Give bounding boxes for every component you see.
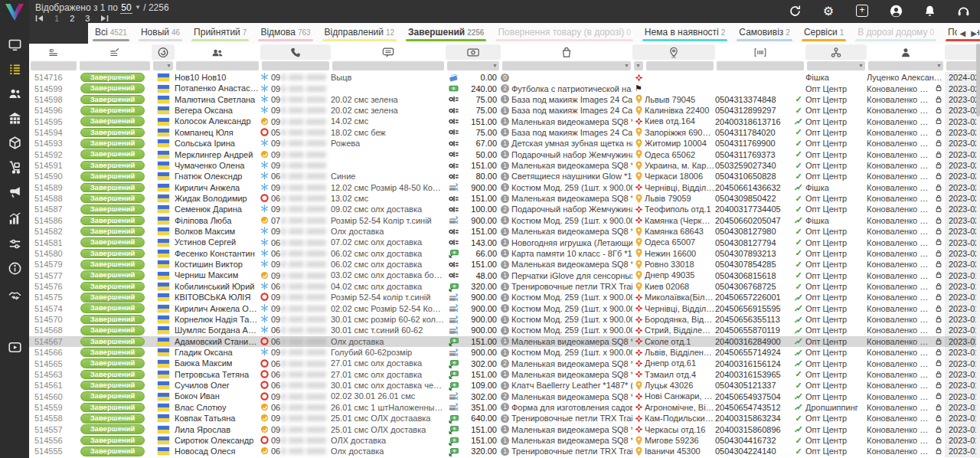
table-row[interactable]: 514574 Завершений Кирилич Анжела Ол… 098… — [29, 303, 980, 314]
tab-8[interactable]: Нема в наявності2 — [638, 23, 733, 44]
table-row[interactable]: 514593 Завершений Сольська Ірина 098 888… — [29, 138, 980, 149]
table-row[interactable]: 514581 Завершений Устинов Сергей 068 888… — [29, 237, 980, 247]
page-2[interactable]: 2 — [70, 14, 74, 23]
sidebar-item-clients-icon[interactable] — [0, 83, 29, 103]
table-row[interactable]: 514576 Завершений Кобилинський Юрий 068 … — [29, 281, 980, 292]
column-id-icon[interactable]: ID — [29, 44, 78, 60]
last-page-button[interactable] — [100, 15, 109, 22]
sidebar-item-dashboard-icon[interactable] — [0, 34, 29, 54]
filter-manager-select[interactable]: ▼ — [868, 61, 943, 70]
filter-phone-input[interactable] — [262, 61, 329, 70]
sidebar-item-products-icon[interactable] — [0, 132, 29, 152]
add-order-icon[interactable]: + — [854, 3, 870, 18]
sidebar-item-partners-icon[interactable] — [0, 286, 29, 306]
tab-2[interactable]: Новый46 — [134, 23, 187, 44]
filter-payment-select[interactable]: ▼ — [447, 61, 499, 70]
column-status-icon[interactable] — [78, 44, 152, 60]
table-row[interactable]: 514566 Завершений Гладик Оксана 098 888 … — [29, 347, 980, 358]
table-row[interactable]: 514559 Завершений Влас Слотюу 068 888 88… — [29, 402, 980, 413]
table-row[interactable]: 514568 Завершений Шумляс Богдана Ан… 068… — [29, 325, 980, 335]
tab-5[interactable]: Відправлений12 — [318, 23, 401, 44]
tabs-scroll-left-icon[interactable]: ◀ — [960, 29, 966, 38]
table-row[interactable]: 514557 Завершений Лила Ярослав 098 888 8… — [29, 424, 980, 435]
notifications-bell-icon[interactable] — [922, 3, 937, 18]
column-delivery-icon[interactable] — [632, 44, 715, 60]
sidebar-item-settings-icon[interactable] — [0, 234, 29, 254]
sidebar-item-statistics-icon[interactable] — [0, 208, 29, 228]
column-payment-icon[interactable] — [446, 44, 501, 60]
page-size-caret-icon[interactable]: ▼ — [135, 4, 141, 11]
table-row[interactable]: 514587 Завершений Семенюк Дарина 098 888… — [29, 204, 980, 214]
dropdown-caret-icon[interactable]: ▼ — [635, 63, 641, 68]
table-row[interactable]: 514594 Завершений Компанец Юля 058 888 8… — [29, 127, 980, 138]
table-row[interactable]: 514563 Завершений Петровська Тетяна 068 … — [29, 369, 980, 380]
filter-date-input[interactable] — [946, 61, 977, 70]
sidebar-item-warehouse-icon[interactable] — [0, 108, 29, 128]
tab-7[interactable]: Повернення товару (в дорозі)0 — [491, 23, 637, 44]
filter-carrier-select[interactable]: ▼ — [634, 61, 643, 70]
column-products-icon[interactable] — [501, 44, 632, 60]
table-row[interactable]: 514558 Завершений Ковпак Татьяна 098 888… — [29, 413, 980, 424]
table-row[interactable]: 514570 Завершений Корнелюк Надія Та… 098… — [29, 314, 980, 325]
table-row[interactable]: 514595 Завершений Колосок Александр 098 … — [29, 116, 980, 126]
column-comment-icon[interactable] — [331, 44, 446, 60]
refresh-icon[interactable] — [787, 3, 802, 18]
tab-4[interactable]: Відмова763 — [253, 23, 317, 44]
table-row[interactable]: 514599 Завершений Потапенко Анастас… 098… — [29, 83, 980, 93]
column-tracking-icon[interactable] — [715, 44, 805, 60]
table-row[interactable]: 514598 Завершений Малютина Светлана 098 … — [29, 94, 980, 105]
table-row[interactable]: 514591 Завершений Чумаченко Олена 098 88… — [29, 160, 980, 171]
table-row[interactable]: 514575 Завершений КВІТОВСЬКА ЮЛІЯ 098 88… — [29, 292, 980, 303]
filter-channel-select[interactable]: ▼ — [807, 61, 865, 70]
tab-1[interactable]: Всі4521 — [88, 23, 134, 44]
vertical-scrollbar[interactable] — [976, 44, 980, 458]
column-customer-icon[interactable] — [175, 44, 260, 60]
tab-11[interactable]: В дорозі додому0 — [851, 23, 941, 44]
table-row[interactable]: 514588 Завершений Жидак Володимир 068 88… — [29, 193, 980, 204]
table-row[interactable]: 514567 Завершений Адамовский Станис… 068… — [29, 336, 980, 347]
column-channel-icon[interactable] — [805, 44, 867, 60]
sidebar-item-procurement-icon[interactable] — [0, 157, 29, 177]
table-row[interactable]: 514590 Завершений Гнатюк Олексндр 068 88… — [29, 171, 980, 182]
tab-3[interactable]: Прийнятий7 — [187, 23, 253, 44]
table-row[interactable]: 514561 Завершений Сучилов Олег 068 888 8… — [29, 380, 980, 391]
app-logo-icon[interactable] — [4, 2, 25, 22]
table-row[interactable]: 514556 Завершений Сиротюк Олександр 098 … — [29, 435, 980, 446]
support-headset-icon[interactable] — [956, 3, 971, 18]
dropdown-caret-icon[interactable]: ▼ — [166, 63, 172, 68]
filter-tracking-input[interactable] — [717, 61, 804, 70]
table-row[interactable]: 514580 Завершений Фесенко Константин 068… — [29, 248, 980, 259]
dropdown-caret-icon[interactable]: ▼ — [936, 63, 942, 68]
gear-icon[interactable]: ⚙ — [821, 3, 836, 18]
dropdown-caret-icon[interactable]: ▼ — [624, 63, 629, 68]
filter-product-select[interactable]: ▼ — [502, 61, 631, 70]
table-row[interactable]: 514560 Завершений Бокоч Иван 098 888 888… — [29, 391, 980, 401]
column-source-icon[interactable] — [152, 44, 175, 60]
filter-comment-input[interactable] — [332, 61, 444, 70]
table-row[interactable]: 514582 Завершений Волков Максим 098 888 … — [29, 226, 980, 237]
filter-source-select[interactable]: ▼ — [153, 61, 173, 70]
table-row[interactable]: 514555 Завершений Новосад Олеся 068 888 … — [29, 446, 980, 456]
table-row[interactable]: 514579 Завершений Костишин Виктор 098 88… — [29, 259, 980, 270]
table-row[interactable]: 514577 Завершений Черниш Максим 098 888 … — [29, 270, 980, 280]
user-avatar-icon[interactable] — [888, 3, 903, 18]
column-date-header[interactable] — [945, 44, 980, 60]
filter-location-input[interactable] — [646, 61, 714, 70]
first-page-button[interactable] — [35, 15, 44, 22]
table-row[interactable]: 514565 Завершений Баюка Максим 068 888 8… — [29, 358, 980, 368]
sidebar-item-info-icon[interactable] — [0, 258, 29, 278]
dropdown-caret-icon[interactable]: ▼ — [492, 63, 498, 68]
tab-10[interactable]: Сервіси1 — [797, 23, 851, 44]
scrollbar-thumb[interactable] — [976, 44, 980, 116]
filter-status-input[interactable] — [80, 61, 150, 70]
table-row[interactable]: 514586 Завершений Філіпова Люба 078 888 … — [29, 215, 980, 226]
page-3[interactable]: 3 — [85, 14, 90, 23]
sidebar-item-orders-icon[interactable] — [0, 59, 29, 79]
dropdown-caret-icon[interactable]: ▼ — [858, 63, 864, 68]
filter-id-input[interactable] — [31, 61, 77, 70]
sidebar-item-marketing-icon[interactable] — [0, 182, 29, 201]
table-row[interactable]: 514716 Завершений Нов10 Нов10 098 888 88… — [29, 72, 980, 83]
page-size-dropdown[interactable]: 50 — [120, 2, 132, 14]
page-1[interactable]: 1 — [54, 14, 59, 23]
column-phone-icon[interactable] — [260, 44, 331, 60]
